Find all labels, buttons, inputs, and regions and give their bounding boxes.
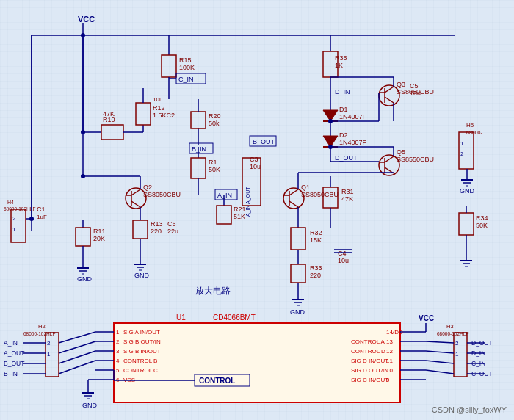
u1-label: U1 (176, 314, 186, 322)
r31-value: 47K (341, 195, 353, 203)
u1-pin12-label: CONTROL D (351, 348, 386, 355)
u1-pin5-label: CONTROL C (123, 367, 158, 374)
r32-value: 15K (310, 236, 322, 244)
r1-label: R1 (209, 159, 217, 166)
c1-label: C1 (37, 206, 46, 213)
u1-pin9-label: SIG C IN/OUT (351, 377, 388, 383)
u1-pin13: 13 (386, 338, 393, 345)
u1-pin3-label: SIG B IN/OUT (123, 348, 161, 355)
b-out-label-top: B_OUT (253, 138, 275, 145)
r35-value: 1K (335, 62, 343, 69)
gnd-q2: GND (134, 272, 150, 279)
u1-pin9: 9 (386, 377, 390, 383)
h5-label: H5 (466, 122, 474, 128)
r15-value: 100K (179, 64, 195, 71)
r34-label: R34 (476, 214, 488, 222)
u1-value: CD4066BMT (213, 314, 256, 322)
r20-value: 50k (209, 120, 220, 127)
vcc-label-right: VCC (419, 314, 434, 322)
watermark: CSDN @silly_foxWY (432, 405, 507, 414)
d2-label: D2 (339, 131, 348, 139)
q1-value: SS8050CBU (301, 191, 339, 198)
r33-value: 220 (310, 272, 321, 279)
h5-pin1: 1 (460, 140, 464, 147)
q1-label: Q1 (301, 184, 310, 191)
u1-pin14: 14 (386, 329, 393, 336)
circuit-diagram: VCC R35 1K D_IN D1 1N4007F D2 1N4007F D_… (0, 0, 514, 420)
r13-value: 220 (151, 228, 162, 235)
h3-pin2: 2 (455, 340, 459, 347)
q2-label: Q2 (143, 184, 152, 191)
gnd-h5: GND (460, 187, 475, 195)
r13-label: R13 (151, 220, 163, 228)
c5-value: 10u (410, 90, 421, 97)
u1-pin3: 3 (116, 348, 120, 355)
d-in-label-top: D_IN (335, 88, 350, 95)
h2-value: 68000-102HLF (23, 331, 55, 336)
q5-label: Q5 (397, 148, 405, 156)
h5-value: 68000- (466, 130, 482, 135)
u1-pin10-label: SIG D OUT/IN (351, 367, 388, 374)
d1-value: 1N4007F (339, 113, 367, 120)
d2-value: 1N4007F (339, 139, 367, 146)
u1-pin2: 2 (116, 338, 120, 345)
c4-label: C4 (338, 250, 347, 257)
h4-label: H4 (7, 200, 14, 205)
svg-point-99 (81, 130, 85, 134)
schematic-canvas: VCC R35 1K D_IN D1 1N4007F D2 1N4007F D_… (0, 0, 514, 420)
r11-label: R11 (93, 228, 106, 235)
amp-circuit-label: 放大电路 (195, 286, 231, 296)
a-in-label: A_IN (217, 192, 232, 199)
d1-label: D1 (339, 106, 348, 113)
r31-label: R31 (341, 188, 354, 195)
c-in-label: C_IN (178, 76, 194, 83)
c6-value: 22u (167, 228, 178, 235)
vcc-label-1: VCC (78, 15, 95, 23)
b-in-label: B_IN (192, 145, 206, 153)
r12-value: 1.5KC2 (153, 112, 175, 119)
h2-pin2: 2 (47, 340, 51, 347)
c6-label: C6 (167, 220, 176, 228)
c2-note: 10u (153, 96, 162, 103)
a-in-out-label: A_IN A_OUT (245, 187, 251, 217)
a-in-net: A_IN (4, 339, 18, 347)
u1-pin10: 10 (386, 367, 393, 374)
b-out-net: B_OUT (4, 360, 24, 367)
control-label: CONTROL (199, 377, 235, 385)
b-in-net: B_IN (4, 370, 18, 377)
h2-pin1: 1 (47, 351, 51, 358)
r21-label: R21 (234, 206, 246, 213)
r35-label: R35 (335, 54, 347, 62)
h2-label: H2 (38, 323, 46, 330)
h4-pin2: 2 (12, 215, 16, 222)
h3-pin1: 1 (455, 351, 459, 358)
r11-value: 20K (93, 235, 105, 242)
gnd-vss: GND (82, 402, 98, 409)
h5-pin2: 2 (460, 151, 464, 157)
r33-label: R33 (310, 264, 322, 272)
q2-value: SS8050CBU (143, 191, 181, 198)
u1-pin4-label: CONTROL B (123, 358, 157, 364)
r20-label: R20 (209, 112, 221, 120)
r12-label: R12 (153, 104, 165, 112)
u1-pin12: 12 (386, 348, 393, 355)
u1-pin5: 5 (116, 367, 120, 374)
svg-point-33 (328, 145, 333, 149)
svg-point-25 (328, 119, 333, 123)
q3-label: Q3 (397, 81, 405, 88)
c1-value: 1uF (37, 214, 47, 220)
r32-label: R32 (310, 229, 322, 236)
h3-value: 68000-102HLF (437, 331, 468, 336)
c5-label: C5 (410, 82, 419, 90)
h3-label: H3 (446, 323, 454, 330)
r21-value: 51K (234, 213, 245, 220)
gnd-q1: GND (290, 308, 305, 316)
u1-pin4: 4 (116, 358, 120, 364)
r10-value: 47K (103, 110, 115, 117)
u1-pin13-label: CONTROL A (351, 338, 386, 345)
u1-pin11-label: SIG D IN/OUT (351, 358, 388, 364)
svg-point-79 (81, 174, 85, 178)
r15-label: R15 (179, 57, 192, 64)
c4-value: 10u (338, 257, 349, 264)
r1-value: 50K (209, 166, 220, 173)
